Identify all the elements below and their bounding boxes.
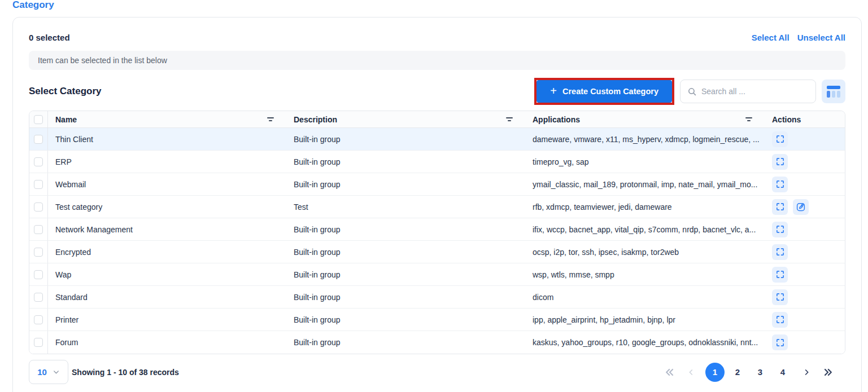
expand-icon[interactable] — [772, 222, 788, 237]
row-description: Built-in group — [286, 293, 525, 302]
row-checkbox[interactable] — [34, 248, 43, 257]
expand-icon[interactable] — [772, 334, 788, 350]
page-size-value: 10 — [37, 367, 47, 377]
table-row[interactable]: PrinterBuilt-in groupipp, apple_airprint… — [29, 309, 845, 331]
filter-icon-description[interactable] — [506, 117, 513, 121]
row-checkbox[interactable] — [34, 293, 43, 302]
expand-icon[interactable] — [772, 199, 788, 215]
expand-icon[interactable] — [772, 177, 788, 192]
row-checkbox[interactable] — [34, 225, 43, 234]
row-checkbox[interactable] — [34, 180, 43, 189]
row-applications: rfb, xdmcp, teamviewer, jedi, dameware — [525, 202, 765, 212]
row-actions-cell — [765, 222, 845, 237]
row-actions-cell — [765, 312, 845, 328]
row-checkbox-cell — [29, 151, 48, 173]
header-checkbox-cell — [29, 111, 48, 127]
column-header-name: Name — [55, 115, 77, 124]
row-checkbox-cell — [29, 286, 48, 308]
create-custom-category-button[interactable]: + Create Custom Category — [536, 80, 672, 103]
column-header-applications: Applications — [533, 115, 580, 124]
row-name: Standard — [48, 293, 286, 302]
last-page-icon[interactable] — [821, 363, 835, 382]
row-checkbox[interactable] — [34, 202, 43, 212]
row-checkbox[interactable] — [34, 135, 43, 144]
row-name: Thin Client — [48, 135, 286, 144]
expand-icon[interactable] — [772, 244, 788, 260]
table-row[interactable]: Network ManagementBuilt-in groupifix, wc… — [29, 218, 845, 241]
create-button-label: Create Custom Category — [562, 87, 658, 96]
row-applications: ipp, apple_airprint, hp_jetadmin, bjnp, … — [525, 315, 765, 324]
row-applications: kaskus, yahoo_groups, r10, google_groups… — [525, 338, 765, 347]
column-header-description: Description — [294, 115, 337, 124]
row-checkbox[interactable] — [34, 315, 43, 324]
unselect-all-link[interactable]: Unselect All — [797, 33, 845, 42]
table-row[interactable]: Thin ClientBuilt-in groupdameware, vmwar… — [29, 128, 845, 151]
row-applications: ifix, wccp, bacnet_app, vital_qip, s7com… — [525, 225, 765, 234]
table-row[interactable]: ERPBuilt-in grouptimepro_vg, sap — [29, 151, 845, 173]
row-checkbox[interactable] — [34, 157, 43, 166]
category-card: 0 selected Select All Unselect All Item … — [12, 17, 862, 392]
page-title: Category — [12, 0, 54, 11]
select-all-checkbox[interactable] — [34, 115, 43, 124]
table-row[interactable]: Test categoryTestrfb, xdmcp, teamviewer,… — [29, 196, 845, 218]
row-description: Built-in group — [286, 225, 525, 234]
row-actions-cell — [765, 267, 845, 283]
row-description: Built-in group — [286, 315, 525, 324]
row-description: Built-in group — [286, 135, 525, 144]
column-header-actions: Actions — [772, 115, 801, 124]
row-applications: ocsp, i2p, tor, ssh, ipsec, isakmp, tor2… — [525, 248, 765, 257]
page-button-1[interactable]: 1 — [705, 363, 725, 382]
row-name: Network Management — [48, 225, 286, 234]
expand-icon[interactable] — [772, 154, 788, 170]
row-applications: dameware, vmware, x11, ms_hyperv, xdmcp,… — [525, 135, 765, 144]
annotation-highlight-box: + Create Custom Category — [534, 78, 674, 105]
search-box[interactable] — [680, 80, 816, 103]
row-applications: wsp, wtls, mmse, smpp — [525, 270, 765, 279]
table-header: Name Description Applications Actions — [29, 111, 845, 128]
filter-icon-name[interactable] — [267, 117, 274, 121]
table-body: Thin ClientBuilt-in groupdameware, vmwar… — [29, 128, 845, 354]
row-name: Test category — [48, 202, 286, 212]
row-name: Printer — [48, 315, 286, 324]
row-name: ERP — [48, 157, 286, 166]
table-row[interactable]: StandardBuilt-in groupdicom — [29, 286, 845, 309]
search-icon — [687, 87, 697, 96]
row-name: Wap — [48, 270, 286, 279]
edit-icon[interactable] — [793, 199, 809, 215]
row-description: Built-in group — [286, 338, 525, 347]
expand-icon[interactable] — [772, 312, 788, 328]
page-button-3[interactable]: 3 — [751, 363, 770, 382]
page-button-2[interactable]: 2 — [728, 363, 747, 382]
expand-icon[interactable] — [772, 267, 788, 283]
columns-icon — [827, 86, 840, 98]
row-checkbox[interactable] — [34, 338, 43, 347]
table-row[interactable]: WebmailBuilt-in groupymail_classic, mail… — [29, 173, 845, 196]
column-settings-button[interactable] — [822, 80, 845, 103]
row-applications: dicom — [525, 293, 765, 302]
row-checkbox-cell — [29, 196, 48, 218]
row-description: Built-in group — [286, 157, 525, 166]
row-checkbox-cell — [29, 173, 48, 195]
first-page-icon[interactable] — [662, 363, 677, 382]
table-row[interactable]: EncryptedBuilt-in groupocsp, i2p, tor, s… — [29, 241, 845, 263]
next-page-icon[interactable] — [799, 363, 814, 382]
plus-icon: + — [550, 85, 557, 96]
expand-icon[interactable] — [772, 131, 788, 147]
page-button-4[interactable]: 4 — [773, 363, 792, 382]
row-actions-cell — [765, 131, 845, 147]
row-checkbox-cell — [29, 331, 48, 354]
table-row[interactable]: WapBuilt-in groupwsp, wtls, mmse, smpp — [29, 263, 845, 286]
filter-icon-applications[interactable] — [745, 117, 752, 121]
expand-icon[interactable] — [772, 289, 788, 305]
row-actions-cell — [765, 154, 845, 170]
row-checkbox[interactable] — [34, 270, 43, 279]
select-all-link[interactable]: Select All — [752, 33, 790, 42]
table-row[interactable]: ForumBuilt-in groupkaskus, yahoo_groups,… — [29, 331, 845, 354]
row-description: Built-in group — [286, 180, 525, 189]
row-description: Built-in group — [286, 248, 525, 257]
row-name: Webmail — [48, 180, 286, 189]
search-input[interactable] — [701, 87, 809, 96]
prev-page-icon[interactable] — [684, 363, 699, 382]
page-size-select[interactable]: 10 — [29, 360, 68, 384]
row-checkbox-cell — [29, 263, 48, 285]
